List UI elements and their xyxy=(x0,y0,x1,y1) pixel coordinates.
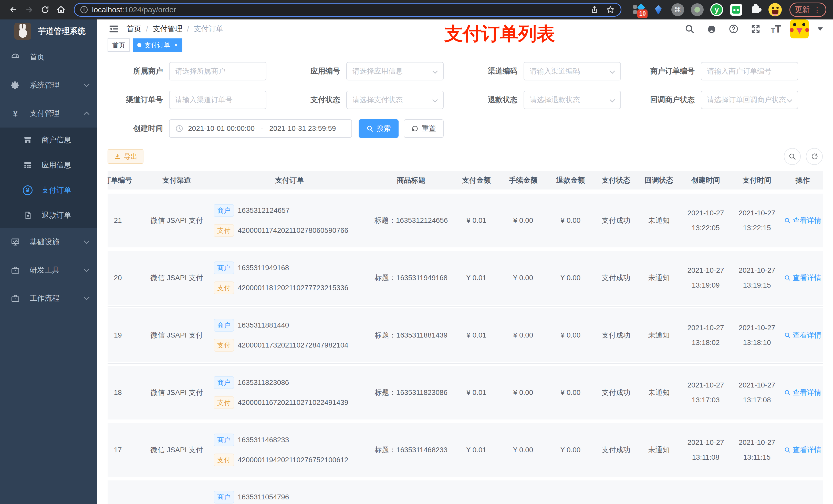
merchant-input[interactable] xyxy=(169,62,266,80)
tag-pay-order[interactable]: 支付订单 × xyxy=(133,39,182,52)
table-header: 订单编号 支付渠道 支付订单 商品标题 支付金额 手续金额 退款金额 支付状态 … xyxy=(108,171,823,190)
sidebar-item-system[interactable]: 系统管理 xyxy=(0,71,97,99)
channel-order-no: 4200001194202110276752100612 xyxy=(238,456,348,464)
view-detail-link[interactable]: 查看详情 xyxy=(784,445,822,455)
document-icon xyxy=(23,211,33,220)
extension-emoji-icon[interactable] xyxy=(768,3,782,16)
pay-status-select[interactable] xyxy=(346,91,444,109)
chevron-down-icon xyxy=(84,266,90,272)
pay-submenu: 商户信息 应用信息 ¥ 支付订单 退款订单 xyxy=(0,127,97,228)
content: 所属商户 应用编号 渠道编码 商户订单编号 xyxy=(97,52,833,504)
cell-pay-status: 支付成功 xyxy=(594,216,638,225)
bookmark-star-icon[interactable] xyxy=(605,5,616,15)
browser-update-button[interactable]: 更新 ⋮ xyxy=(789,3,826,17)
extension-tabs-icon[interactable]: 10 xyxy=(632,3,645,16)
cell-create-time: 2021-10-2713:18:02 xyxy=(680,324,731,347)
refresh-table-button[interactable] xyxy=(806,148,823,165)
cell-order-id: 17 xyxy=(108,446,143,454)
table-row: 17 微信 JSAPI 支付 商户 1635311468233 支付 42000… xyxy=(108,423,823,477)
breadcrumb-home[interactable]: 首页 xyxy=(126,24,141,34)
github-icon[interactable] xyxy=(705,22,718,35)
sidebar-item-home[interactable]: 首页 xyxy=(0,43,97,71)
avatar[interactable] xyxy=(790,20,809,39)
sidebar-item-pay-order[interactable]: ¥ 支付订单 xyxy=(0,178,97,203)
sidebar-item-pay[interactable]: ¥ 支付管理 xyxy=(0,99,97,127)
monitor-icon xyxy=(10,237,21,247)
breadcrumb-pay[interactable]: 支付管理 xyxy=(153,24,182,34)
chevron-up-icon xyxy=(84,112,90,118)
date-range-input[interactable]: 2021-10-01 00:00:00 - 2021-10-31 23:59:5… xyxy=(169,119,352,138)
yen-icon: ¥ xyxy=(10,109,21,118)
cell-create-time: 2021-10-2713:22:05 xyxy=(680,209,731,232)
cell-pay-order: 商户 1635311468233 支付 42000011942021102767… xyxy=(210,434,369,466)
sidebar-fold-icon[interactable] xyxy=(108,23,120,35)
tag-close-icon[interactable]: × xyxy=(174,42,178,49)
reset-button[interactable]: 重置 xyxy=(404,119,444,138)
cell-channel: 微信 JSAPI 支付 xyxy=(143,330,210,340)
extension-chat-icon[interactable]: ●● xyxy=(730,3,743,16)
view-detail-link[interactable]: 查看详情 xyxy=(784,330,822,340)
toggle-search-button[interactable] xyxy=(784,148,801,165)
site-info-icon[interactable] xyxy=(80,5,88,14)
app-select[interactable] xyxy=(346,62,444,80)
sidebar-item-merchant-info[interactable]: 商户信息 xyxy=(0,127,97,153)
annotation-title: 支付订单列表 xyxy=(445,22,555,46)
cell-action: 查看详情 xyxy=(783,388,823,398)
sidebar-item-refund-order[interactable]: 退款订单 xyxy=(0,203,97,228)
channel-order-no: 4200001181202110277723215336 xyxy=(238,284,348,292)
search-icon xyxy=(784,274,791,281)
extension-kite-icon[interactable] xyxy=(652,3,665,16)
cell-fee-amount: ¥ 0.00 xyxy=(499,331,547,339)
reload-icon[interactable] xyxy=(39,3,52,16)
avatar-caret-icon[interactable] xyxy=(818,27,823,31)
search-icon[interactable] xyxy=(683,22,696,35)
back-icon[interactable] xyxy=(7,3,20,16)
cell-pay-order: 商户 1635312124657 支付 42000011742021102780… xyxy=(210,204,369,237)
export-button[interactable]: 导出 xyxy=(108,149,143,164)
cell-create-time: 2021-10-2713:19:09 xyxy=(680,266,731,289)
merchant-order-no-input[interactable] xyxy=(701,62,798,80)
home-icon[interactable] xyxy=(54,3,68,16)
url-bar[interactable]: localhost:1024/pay/order xyxy=(74,3,621,17)
share-icon[interactable] xyxy=(589,5,600,15)
browser-menu-icon[interactable]: ⋮ xyxy=(813,5,821,14)
app-title: 芋道管理系统 xyxy=(38,26,86,37)
extension-dot-icon[interactable] xyxy=(691,3,704,16)
extensions-puzzle-icon[interactable] xyxy=(749,3,762,16)
merchant-order-no: 1635311949168 xyxy=(238,264,289,272)
sidebar-item-app-info[interactable]: 应用信息 xyxy=(0,153,97,178)
channel-order-no-input[interactable] xyxy=(169,91,266,109)
table-row: 19 微信 JSAPI 支付 商户 1635311881440 支付 42000… xyxy=(108,308,823,362)
view-detail-link[interactable]: 查看详情 xyxy=(784,216,822,225)
extension-command-icon[interactable]: ⌘ xyxy=(671,3,685,16)
font-size-icon[interactable]: TT xyxy=(771,24,781,34)
tag-active-dot xyxy=(137,43,141,47)
order-table: 订单编号 支付渠道 支付订单 商品标题 支付金额 手续金额 退款金额 支付状态 … xyxy=(108,171,823,504)
clock-icon xyxy=(175,124,184,133)
view-detail-link[interactable]: 查看详情 xyxy=(784,388,822,398)
channel-code-select[interactable] xyxy=(524,62,621,80)
shop-icon xyxy=(23,136,33,144)
sidebar-item-devtools[interactable]: 研发工具 xyxy=(0,256,97,284)
sidebar-item-infra[interactable]: 基础设施 xyxy=(0,228,97,256)
sidebar-item-workflow[interactable]: 工作流程 xyxy=(0,284,97,312)
extension-y-icon[interactable]: y xyxy=(710,3,723,16)
sidebar-logo[interactable]: 芋道管理系统 xyxy=(0,20,97,43)
refund-status-select[interactable] xyxy=(524,91,621,109)
view-detail-link[interactable]: 查看详情 xyxy=(784,273,822,283)
channel-order-no: 4200001173202110272847982104 xyxy=(238,341,348,349)
fullscreen-icon[interactable] xyxy=(749,22,762,35)
table-body: 21 微信 JSAPI 支付 商户 1635312124657 支付 42000… xyxy=(108,194,823,477)
help-icon[interactable] xyxy=(727,22,740,35)
cell-channel: 微信 JSAPI 支付 xyxy=(143,388,210,398)
download-icon xyxy=(114,153,121,160)
filter-channel-order-no: 渠道订单号 xyxy=(108,91,266,109)
forward-icon[interactable] xyxy=(23,3,36,16)
search-icon xyxy=(784,332,791,339)
filter-channel-code: 渠道编码 xyxy=(462,62,621,80)
search-button[interactable]: 搜索 xyxy=(359,119,399,138)
grid-icon xyxy=(23,161,33,170)
tag-home[interactable]: 首页 xyxy=(108,39,129,52)
callback-status-select[interactable] xyxy=(701,91,798,109)
cell-pay-amount: ¥ 0.01 xyxy=(453,331,499,339)
